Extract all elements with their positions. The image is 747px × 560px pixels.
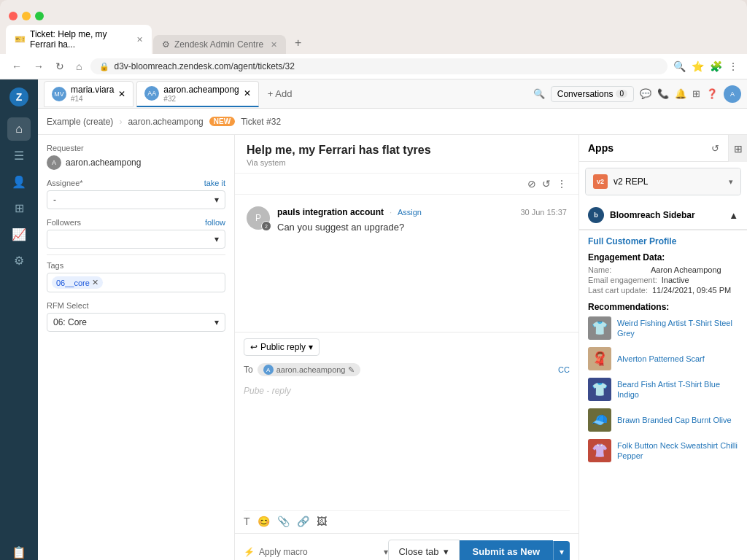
engagement-name-value: Aaron Acheampong [651, 265, 721, 274]
menu-icon[interactable]: ⋮ [728, 61, 738, 72]
new-tab-button[interactable]: + [287, 32, 309, 54]
message-content: pauls integration account · Assign 30 Ju… [277, 206, 567, 235]
apps-refresh-icon[interactable]: ↺ [711, 143, 719, 154]
rec-name-3: Brawn Branded Cap Burnt Olive [617, 415, 732, 425]
engagement-email-value: Inactive [662, 276, 689, 284]
reply-textarea[interactable]: Pube - reply [244, 379, 570, 510]
browser-tab-zendesk[interactable]: ⚙ Zendesk Admin Centre ✕ [153, 35, 286, 54]
left-sidebar: Z ⌂ ☰ 👤 ⊞ 📈 ⚙ 📋 [0, 79, 38, 560]
agent-tab-maria[interactable]: MV maria.viara #14 ✕ [44, 81, 133, 107]
rec-thumb-2: 👕 [588, 378, 611, 401]
agent-tab-close-maria[interactable]: ✕ [118, 89, 125, 99]
notifications-icon[interactable]: 🔔 [675, 88, 686, 99]
assignee-dropdown[interactable]: - ▾ [47, 190, 225, 209]
add-ticket-tab[interactable]: + Add [262, 85, 298, 102]
conversation-area: P 2 pauls integration account · Assign 3… [235, 195, 578, 332]
ticket-search-icon[interactable]: 🔍 [533, 88, 545, 99]
browser-tab-ticket[interactable]: 🎫 Ticket: Help me, my Ferrari ha... ✕ [6, 25, 152, 54]
requester-avatar: A [47, 155, 61, 170]
rec-item-4[interactable]: 👚 Folk Button Neck Sweatshirt Chilli Pep… [588, 439, 738, 462]
back-button[interactable]: ← [9, 59, 25, 74]
history-icon[interactable]: ↺ [542, 178, 551, 190]
chat-icon[interactable]: 💬 [640, 88, 651, 99]
rec-thumb-0: 👕 [588, 316, 611, 340]
attach-icon[interactable]: 📎 [277, 516, 290, 527]
sidebar-item-settings[interactable]: ⚙ [7, 249, 31, 272]
bloomreach-chevron-icon[interactable]: ▲ [729, 210, 738, 221]
apply-macro-label: Apply macro [259, 547, 308, 557]
rec-item-3[interactable]: 🧢 Brawn Branded Cap Burnt Olive [588, 408, 738, 432]
agent-tab-aaron[interactable]: AA aaron.acheampong #32 ✕ [136, 81, 258, 107]
apply-macro-button[interactable]: ⚡ Apply macro ▾ [244, 547, 388, 557]
forward-button[interactable]: → [31, 59, 47, 74]
engagement-cart-row: Last cart update: 11/24/2021, 09:45 PM [588, 286, 738, 295]
reply-arrow-icon: ↩ [250, 342, 258, 352]
sidebar-item-reports[interactable]: ⊞ [7, 196, 31, 219]
center-panel: Help me, my Ferrari has flat tyres Via s… [235, 135, 579, 560]
ticket-tab-actions: 🔍 Conversations 0 💬 📞 🔔 ⊞ ❓ A [533, 85, 741, 103]
tags-field[interactable]: 06__core ✕ [47, 273, 225, 292]
address-bar[interactable]: 🔒 d3v-bloomreach.zendesk.com/agent/ticke… [90, 58, 667, 74]
sidebar-item-bottom[interactable]: 📋 [7, 540, 31, 560]
engagement-email-label: Email engagement: [588, 276, 657, 284]
image-icon[interactable]: 🖼 [317, 516, 327, 527]
reply-cc-button[interactable]: CC [558, 365, 570, 374]
rec-item-2[interactable]: 👕 Beard Fish Artist T-Shirt Blue Indigo [588, 378, 738, 401]
submit-chevron-button[interactable]: ▾ [553, 541, 570, 561]
message-badge: 2 [261, 221, 271, 231]
rec-item-1[interactable]: 🧣 Alverton Patterned Scarf [588, 347, 738, 370]
sidebar-item-tickets[interactable]: ☰ [7, 144, 31, 167]
rec-name-1: Alverton Patterned Scarf [617, 354, 705, 364]
sidebar-item-home[interactable]: ⌂ [7, 117, 31, 141]
tab-close-zendesk[interactable]: ✕ [271, 40, 277, 50]
close-tab-label: Close tab [399, 546, 439, 557]
bloomreach-section: Full Customer Profile Engagement Data: N… [579, 230, 747, 560]
breadcrumb-agent-name[interactable]: aaron.acheampong [128, 117, 203, 127]
app-grid-toggle[interactable]: ⊞ [728, 135, 747, 162]
message-assign-link[interactable]: Assign [398, 208, 422, 217]
full-profile-link[interactable]: Full Customer Profile [588, 236, 738, 246]
rfm-select-dropdown[interactable]: 06: Core ▾ [47, 313, 225, 332]
home-button[interactable]: ⌂ [73, 59, 85, 74]
followers-dropdown[interactable]: ▾ [47, 230, 225, 249]
products-icon[interactable]: ⊞ [692, 88, 700, 99]
engagement-cart-label: Last cart update: [588, 286, 648, 295]
maximize-traffic-light[interactable] [35, 12, 44, 20]
conversations-button[interactable]: Conversations 0 [551, 86, 634, 102]
close-traffic-light[interactable] [9, 12, 18, 20]
reply-box: ↩ Public reply ▾ To A aaron.acheampong ✎… [235, 332, 578, 533]
phone-icon[interactable]: 📞 [657, 88, 669, 99]
tab-close-button[interactable]: ✕ [136, 35, 143, 44]
follow-link[interactable]: follow [205, 218, 225, 227]
rec-item-0[interactable]: 👕 Weird Fishing Artist T-Shirt Steel Gre… [588, 316, 738, 340]
main-area: MV maria.viara #14 ✕ AA aaron.acheampong… [38, 79, 747, 560]
sidebar-item-stats[interactable]: 📈 [7, 222, 31, 246]
rec-thumb-3: 🧢 [588, 408, 611, 432]
filter-icon[interactable]: ⊘ [527, 178, 536, 190]
emoji-icon[interactable]: 😊 [258, 516, 270, 527]
more-options-icon[interactable]: ⋮ [557, 178, 567, 190]
rec-name-0: Weird Fishing Artist T-Shirt Steel Grey [617, 318, 738, 339]
submit-as-new-button[interactable]: Submit as New [460, 540, 553, 560]
link-icon[interactable]: 🔗 [297, 516, 309, 527]
sidebar-item-users[interactable]: 👤 [7, 170, 31, 193]
engagement-name-label: Name: [588, 265, 646, 274]
agent-tab-close-aaron[interactable]: ✕ [244, 88, 251, 98]
close-tab-button[interactable]: Close tab ▾ [388, 540, 460, 560]
user-avatar[interactable]: A [724, 85, 741, 103]
take-it-link[interactable]: take it [204, 179, 225, 187]
format-text-icon[interactable]: T [244, 516, 250, 527]
v2-repl-header[interactable]: v2 v2 REPL ▾ [586, 168, 740, 195]
breadcrumb-example-create[interactable]: Example (create) [47, 117, 113, 127]
reply-to-avatar: A [263, 365, 274, 375]
extensions-icon[interactable]: 🧩 [710, 61, 722, 72]
browser-action-icons: 🔍 ⭐ 🧩 ⋮ [673, 61, 738, 72]
reply-type-button[interactable]: ↩ Public reply ▾ [244, 338, 320, 356]
minimize-traffic-light[interactable] [22, 12, 31, 20]
help-icon[interactable]: ❓ [706, 88, 718, 99]
bookmark-icon[interactable]: ⭐ [692, 61, 704, 72]
tag-remove-icon[interactable]: ✕ [92, 278, 98, 287]
edit-recipient-icon[interactable]: ✎ [348, 365, 355, 375]
reload-button[interactable]: ↻ [53, 59, 67, 74]
search-icon[interactable]: 🔍 [673, 61, 686, 72]
